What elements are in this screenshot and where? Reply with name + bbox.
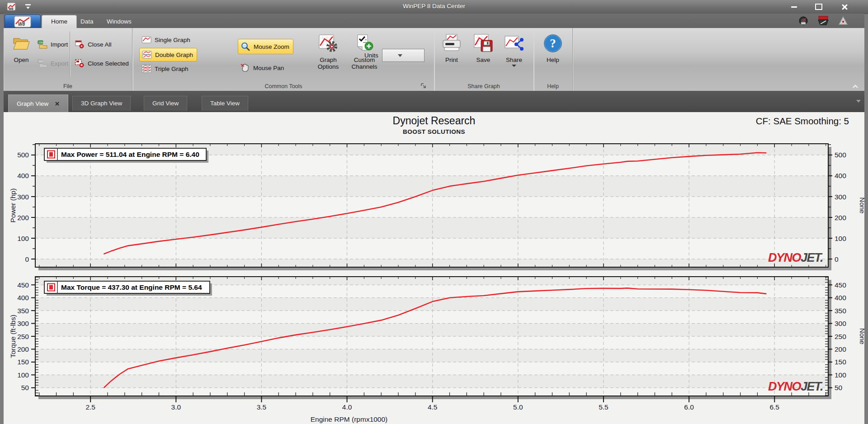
document-tab-strip: Graph View 3D Graph View Grid View Table… — [4, 91, 864, 112]
svg-text:400: 400 — [835, 294, 846, 302]
application-menu-button[interactable]: W8 — [5, 14, 41, 29]
maximize-button[interactable] — [811, 3, 826, 11]
doc-tab-table-view[interactable]: Table View — [202, 96, 248, 111]
window-title: WinPEP 8 Data Center — [0, 3, 868, 9]
share-button[interactable]: Share — [500, 32, 528, 80]
print-button[interactable]: Print — [438, 32, 466, 80]
svg-text:300: 300 — [835, 320, 846, 327]
import-button[interactable]: CSV Import — [35, 38, 71, 51]
minimize-button[interactable] — [787, 3, 801, 11]
doc-tab-grid-view[interactable]: Grid View — [144, 96, 187, 111]
units-label: Units — [364, 52, 378, 59]
close-selected-button[interactable]: Close Selected — [72, 57, 132, 70]
app-window: W8 WinPEP 8 Data Center W8 Home Data Win… — [0, 0, 868, 424]
mouse-zoom-button[interactable]: Mouse Zoom — [238, 39, 293, 54]
help-icon: ? — [542, 32, 563, 55]
triple-graph-label: Triple Graph — [155, 66, 189, 72]
graph-title: Dynojet Research — [4, 115, 864, 127]
power-legend[interactable]: Max Power = 511.04 at Engine RPM = 6.40 — [44, 148, 208, 163]
dyno-icon[interactable] — [817, 15, 829, 26]
print-icon — [441, 32, 462, 55]
single-graph-button[interactable]: Single Graph — [139, 33, 194, 46]
open-button[interactable]: Open — [8, 32, 34, 80]
close-button[interactable] — [837, 3, 852, 11]
svg-text:0: 0 — [25, 255, 29, 263]
y-axis-right-label: None — [859, 328, 864, 344]
group-label-file: File — [4, 83, 132, 90]
group-label-common-tools: Common Tools — [133, 83, 434, 90]
single-graph-icon — [141, 35, 152, 45]
svg-text:6.0: 6.0 — [684, 403, 694, 411]
export-button[interactable]: CSV Export — [35, 57, 72, 70]
gauge-icon[interactable] — [797, 15, 809, 26]
svg-text:Max Power = 511.04 at Engine R: Max Power = 511.04 at Engine RPM = 6.40 — [61, 151, 199, 158]
svg-text:400: 400 — [17, 294, 29, 302]
ribbon-collapse-chevron-icon[interactable] — [852, 84, 859, 89]
svg-text:400: 400 — [835, 172, 846, 179]
svg-text:6.5: 6.5 — [769, 403, 779, 411]
chevron-down-icon — [398, 54, 402, 57]
help-button[interactable]: ? Help — [539, 32, 567, 80]
svg-text:150: 150 — [17, 358, 29, 366]
svg-text:4.0: 4.0 — [342, 403, 352, 411]
svg-text:100: 100 — [835, 235, 846, 242]
group-label-share-graph: Share Graph — [434, 83, 533, 90]
help-label: Help — [547, 57, 559, 63]
close-all-button[interactable]: Close All — [72, 38, 115, 51]
mouse-zoom-icon — [240, 42, 251, 52]
ribbon: Open CSV Import CSV — [4, 28, 864, 91]
tab-overflow-caret-icon[interactable] — [856, 100, 861, 103]
svg-text:2.5: 2.5 — [85, 403, 95, 411]
svg-text:150: 150 — [835, 358, 846, 366]
mouse-pan-button[interactable]: Mouse Pan — [238, 61, 288, 74]
mouse-pan-label: Mouse Pan — [253, 65, 284, 71]
ribbon-group-help: ? Help Help — [533, 28, 573, 91]
ribbon-group-share-graph: Print Save — [434, 28, 534, 91]
ribbon-tab-row: W8 Home Data Windows — [4, 14, 864, 28]
doc-tab-graph-view[interactable]: Graph View — [8, 94, 68, 113]
graph-view-content: Dynojet Research BOOST SOLUTIONS CF: SAE… — [4, 112, 864, 424]
svg-text:Engine RPM (rpmx1000): Engine RPM (rpmx1000) — [311, 415, 388, 423]
units-dropdown[interactable] — [382, 49, 425, 62]
doc-tab-3d-graph-view[interactable]: 3D Graph View — [72, 96, 131, 111]
close-all-label: Close All — [88, 41, 112, 48]
tab-windows[interactable]: Windows — [98, 15, 141, 28]
svg-text:5.5: 5.5 — [599, 403, 609, 411]
save-label: Save — [476, 57, 491, 63]
torque-chart[interactable]: 5050100100150150200200250250300300350350… — [4, 270, 864, 424]
svg-text:Max Torque = 437.30 at Engine: Max Torque = 437.30 at Engine RPM = 5.64 — [61, 283, 202, 291]
svg-text:50: 50 — [835, 384, 843, 391]
import-label: Import — [51, 41, 68, 48]
double-graph-button[interactable]: Double Graph — [139, 48, 197, 61]
svg-text:250: 250 — [17, 333, 29, 340]
dynojet-logo: DYNOJET. — [768, 380, 823, 393]
export-icon: CSV — [37, 58, 48, 68]
group-label-help: Help — [533, 83, 572, 90]
double-graph-icon — [142, 50, 152, 60]
power-chart[interactable]: 00100100200200300300400400500500Power (h… — [4, 136, 864, 274]
winpep-logo-icon: W8 — [13, 16, 33, 28]
triple-graph-button[interactable]: Triple Graph — [139, 62, 192, 75]
graph-options-button[interactable]: Graph Options — [313, 32, 344, 80]
svg-text:250: 250 — [835, 333, 846, 340]
dynojet-logo: DYNOJET. — [768, 251, 823, 264]
close-all-icon — [74, 39, 85, 49]
ribbon-group-file: Open CSV Import CSV — [4, 28, 132, 91]
svg-text:350: 350 — [835, 307, 846, 315]
svg-text:200: 200 — [17, 345, 29, 353]
svg-text:4.5: 4.5 — [428, 403, 438, 411]
tab-close-icon[interactable] — [55, 101, 60, 106]
save-icon — [473, 32, 494, 55]
torque-legend[interactable]: Max Torque = 437.30 at Engine RPM = 5.64 — [44, 281, 212, 296]
save-button[interactable]: Save — [469, 32, 497, 80]
svg-text:200: 200 — [835, 345, 846, 353]
svg-text:100: 100 — [835, 371, 846, 379]
svg-text:500: 500 — [835, 151, 846, 159]
svg-text:200: 200 — [17, 214, 29, 221]
svg-text:CSV: CSV — [38, 41, 44, 44]
import-icon: CSV — [37, 39, 48, 49]
svg-text:100: 100 — [17, 371, 29, 379]
svg-text:3.5: 3.5 — [257, 403, 267, 411]
alert-triangle-icon[interactable] — [837, 15, 849, 26]
svg-text:50: 50 — [21, 384, 29, 391]
